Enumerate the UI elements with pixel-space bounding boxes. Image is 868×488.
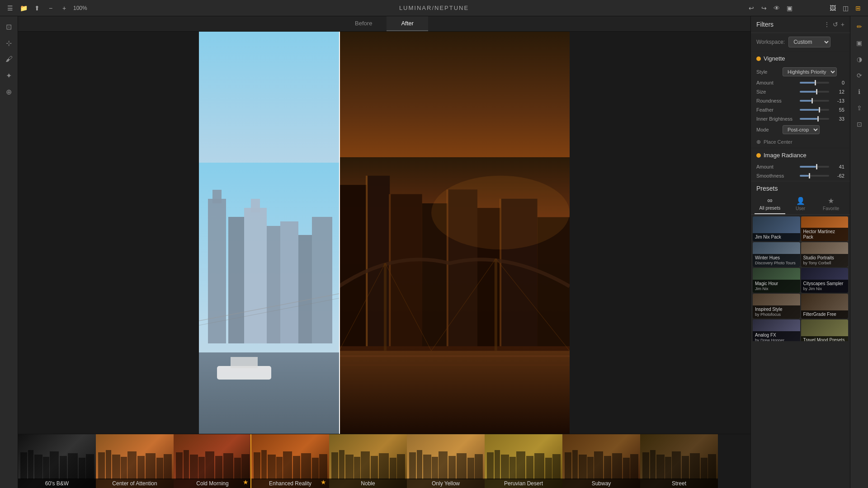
preset-item[interactable]: Inspired Style by Photofocus xyxy=(753,294,800,319)
svg-rect-86 xyxy=(448,456,456,479)
compare-icon[interactable]: 👁 xyxy=(772,4,781,13)
feather-label: Feather xyxy=(756,107,797,113)
right-panel: Filters ⋮ ↺ + Workspace: Custom Landscap… xyxy=(750,16,850,488)
undo-icon[interactable]: ↩ xyxy=(747,4,756,13)
vignette-mode-row: Mode Post-crop Pre-crop xyxy=(751,123,850,136)
vignette-inner-brightness-row: Inner Brightness 33 xyxy=(751,114,850,123)
minus-icon[interactable]: − xyxy=(46,4,55,13)
radiance-amount-slider[interactable] xyxy=(800,166,829,168)
svg-rect-24 xyxy=(366,176,368,346)
preset-item-label: Studio Portraits by Tony Corbell xyxy=(801,254,849,267)
image-radiance-header[interactable]: Image Radiance xyxy=(751,148,850,162)
edit-icon[interactable]: ✏ xyxy=(853,20,866,33)
redo-icon[interactable]: ↪ xyxy=(760,4,769,13)
transform-icon[interactable]: ⊹ xyxy=(2,36,16,50)
filmstrip-item[interactable]: 60's B&W xyxy=(18,434,96,488)
svg-rect-90 xyxy=(487,452,494,479)
preset-item[interactable]: Cityscapes Sampler by Jim Nix xyxy=(801,268,849,293)
preset-tab-all[interactable]: ∞ All presets xyxy=(755,194,785,214)
film-item-star: ★ xyxy=(243,479,249,486)
preset-item[interactable]: Jim Nix Pack xyxy=(753,216,800,241)
share-icon[interactable]: ⇪ xyxy=(853,101,866,115)
radiance-smoothness-slider[interactable] xyxy=(800,175,829,177)
svg-rect-70 xyxy=(312,458,319,479)
workspace-row: Workspace: Custom Landscape Portrait xyxy=(751,33,850,52)
svg-rect-115 xyxy=(701,458,708,479)
left-sidebar: ⊡ ⊹ 🖌 ✦ ⊕ xyxy=(0,16,18,488)
presets-title: Presets xyxy=(751,181,850,194)
mask-icon[interactable]: ◑ xyxy=(853,52,866,66)
center-content: Before After xyxy=(18,16,750,488)
amount-label: Amount xyxy=(756,80,797,85)
vignette-amount-row: Amount 0 xyxy=(751,78,850,87)
filmstrip-item[interactable]: Peruvian Desert xyxy=(485,434,562,488)
history-icon[interactable]: ⟳ xyxy=(853,69,866,82)
vignette-roundness-row: Roundness -13 xyxy=(751,96,850,105)
amount-slider[interactable] xyxy=(800,82,829,84)
vignette-section: Vignette Style Highlights Priority Color… xyxy=(751,52,850,148)
after-tab[interactable]: After xyxy=(387,16,428,31)
export-icon[interactable]: ⬆ xyxy=(33,4,42,13)
preset-tab-user[interactable]: 👤 User xyxy=(785,194,816,214)
inner-brightness-slider[interactable] xyxy=(800,118,829,120)
film-item-label: Street xyxy=(640,479,718,488)
layers-icon[interactable]: ◫ xyxy=(841,4,850,13)
preset-item[interactable]: Analog FX by Drew Hopper xyxy=(753,319,800,341)
size-slider[interactable] xyxy=(800,91,829,93)
filmstrip-item[interactable]: Center of Attention xyxy=(96,434,174,488)
image-area[interactable] xyxy=(18,32,750,434)
info-icon[interactable]: ℹ xyxy=(853,85,866,99)
filmstrip-item[interactable]: Cold Morning ★ xyxy=(174,434,251,488)
svg-rect-41 xyxy=(60,456,67,479)
film-item-label: Noble xyxy=(329,479,407,488)
vignette-style-row: Style Highlights Priority Color Priority… xyxy=(751,66,850,78)
split-divider[interactable] xyxy=(339,32,340,434)
film-item-label: Center of Attention xyxy=(96,479,174,488)
inner-brightness-label: Inner Brightness xyxy=(756,116,797,122)
layout-icon[interactable]: ▣ xyxy=(785,4,794,13)
preset-item[interactable]: Hector Martinez Pack xyxy=(801,216,849,241)
place-center-label[interactable]: Place Center xyxy=(764,139,793,145)
filmstrip-item[interactable]: Only Yellow xyxy=(407,434,485,488)
filmstrip-item[interactable]: Street xyxy=(640,434,718,488)
feather-slider[interactable] xyxy=(800,109,829,111)
preset-item[interactable]: Travel Mood Presets xyxy=(801,319,849,341)
preset-item[interactable]: Winter Hues Discovery Photo Tours xyxy=(753,242,800,267)
preset-item[interactable]: Magic Hour Jim Nix xyxy=(753,268,800,293)
filmstrip-item[interactable]: Subway xyxy=(562,434,640,488)
layers-tool-icon[interactable]: ▣ xyxy=(853,36,866,50)
filter-add-icon[interactable]: + xyxy=(841,21,844,28)
svg-rect-73 xyxy=(339,450,344,479)
roundness-slider[interactable] xyxy=(800,100,829,102)
folder-icon[interactable]: 📁 xyxy=(19,4,28,13)
stamp-icon[interactable]: ✦ xyxy=(2,69,16,82)
preset-item-label: Hector Martinez Pack xyxy=(801,228,849,241)
svg-rect-49 xyxy=(127,451,137,479)
export2-icon[interactable]: ⊡ xyxy=(853,117,866,131)
place-center-row: ⊕ Place Center xyxy=(751,136,850,148)
brush-icon[interactable]: 🖌 xyxy=(2,52,16,66)
filmstrip-item[interactable]: Noble xyxy=(329,434,407,488)
filter-refresh-icon[interactable]: ↺ xyxy=(833,21,838,28)
menu-icon[interactable]: ☰ xyxy=(5,4,14,13)
preset-item[interactable]: FilterGrade Free xyxy=(801,294,849,319)
svg-rect-82 xyxy=(417,450,422,479)
clone-icon[interactable]: ⊕ xyxy=(2,85,16,99)
preset-item-label: Inspired Style by Photofocus xyxy=(753,305,800,319)
workspace-select[interactable]: Custom Landscape Portrait xyxy=(788,37,830,47)
size-label: Size xyxy=(756,89,797,94)
filmstrip-item[interactable]: Enhanced Reality ★ xyxy=(251,434,329,488)
filter-options-icon[interactable]: ⋮ xyxy=(824,21,830,28)
image-icon[interactable]: 🖼 xyxy=(828,4,837,13)
preset-item-sublabel: by Photofocus xyxy=(755,312,798,317)
before-tab[interactable]: Before xyxy=(340,16,387,31)
vignette-style-select[interactable]: Highlights Priority Color Priority Paint… xyxy=(783,67,837,76)
vignette-header[interactable]: Vignette xyxy=(751,52,850,66)
grid-toggle-icon[interactable]: ⊞ xyxy=(854,4,863,13)
preset-item[interactable]: Studio Portraits by Tony Corbell xyxy=(801,242,849,267)
plus-icon[interactable]: + xyxy=(60,4,69,13)
mode-select[interactable]: Post-crop Pre-crop xyxy=(783,125,820,134)
preset-tab-favorite[interactable]: ★ Favorite xyxy=(816,194,846,214)
crop-icon[interactable]: ⊡ xyxy=(2,20,16,33)
image-radiance-title: Image Radiance xyxy=(764,152,807,159)
